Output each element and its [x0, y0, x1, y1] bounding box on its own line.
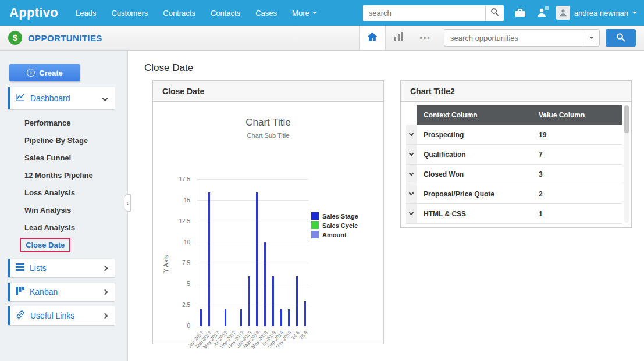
bar [225, 309, 226, 326]
row-expand-chevron[interactable] [406, 145, 417, 164]
app-ident: $ OPPORTUNITIES [0, 31, 102, 45]
legend-swatch [311, 231, 319, 238]
topnav-item-contacts[interactable]: Contacts [211, 9, 240, 17]
topnav-icons [514, 8, 547, 18]
chart-subtitle: Chart Sub Title [153, 132, 383, 139]
chart-title: Chart Title [153, 117, 383, 128]
context-column-header: Context Column [417, 105, 532, 125]
chevron-down-icon [632, 12, 637, 14]
user-menu[interactable]: andrea newman [556, 6, 637, 20]
chevron-down-icon [589, 37, 594, 39]
avatar [556, 6, 570, 20]
home-icon [367, 31, 378, 45]
chevron-down-icon [409, 191, 414, 195]
sidebar-item-12-months-pipeline[interactable]: 12 Months Pipeline [0, 166, 127, 184]
kanban-icon [16, 287, 24, 297]
value-column-header: Value Column [532, 105, 622, 125]
vertical-scrollbar[interactable] [624, 105, 629, 223]
plot-area [197, 180, 308, 326]
topnav: Apptivo LeadsCustomersContractsContactsC… [0, 0, 644, 26]
bar-chart-icon [394, 31, 404, 44]
scrollbar-thumb[interactable] [624, 105, 629, 133]
topnav-item-customers[interactable]: Customers [111, 9, 148, 17]
app-window: Apptivo LeadsCustomersContractsContactsC… [0, 0, 644, 361]
row-expand-chevron[interactable] [406, 165, 417, 184]
chevron-down-icon [409, 210, 414, 215]
sidebar-item-useful-links[interactable]: Useful Links [8, 306, 115, 325]
row-expand-chevron[interactable] [406, 125, 417, 144]
gridline [197, 200, 308, 201]
gridline [197, 305, 308, 305]
home-button[interactable] [359, 26, 386, 50]
chevron-right-icon [102, 313, 108, 319]
context-cell: Prospecting [417, 125, 532, 144]
y-tick-label: 2.5 [182, 302, 190, 308]
y-tick-label: 15 [184, 197, 190, 203]
chart-view-button[interactable] [386, 26, 412, 50]
table-row: Closed Won3 [406, 165, 622, 184]
create-button[interactable]: + Create [9, 64, 80, 81]
chevron-down-icon [409, 131, 414, 136]
chevron-down-icon [409, 171, 414, 176]
table-row: HTML & CSS1 [406, 204, 622, 224]
chart-card: Close Date Chart Title Chart Sub Title Y… [152, 80, 384, 344]
row-expand-chevron[interactable] [406, 204, 417, 223]
active-item-highlight: Close Date [20, 238, 70, 252]
store-icon[interactable] [514, 8, 526, 18]
chart-body: Chart Title Chart Sub Title Y Axis 02.55… [153, 117, 383, 359]
gridline [197, 284, 308, 284]
gridline [197, 179, 308, 180]
chevron-right-icon [102, 265, 108, 271]
sidebar-item-kanban[interactable]: Kanban [8, 283, 115, 301]
gridline [197, 242, 308, 242]
x-axis-ticks: Jan-2017Mar-2017May-2017Jul-2017Sep-2017… [197, 328, 308, 358]
sidebar-collapse-button[interactable]: ‹ [124, 194, 131, 212]
table-header-row: Context Column Value Column [406, 105, 622, 125]
search-submit-button[interactable] [606, 29, 636, 47]
bar [296, 276, 298, 326]
user-status-icon[interactable] [536, 8, 547, 18]
topnav-item-leads[interactable]: Leads [76, 9, 96, 17]
more-options-button[interactable]: ••• [412, 34, 438, 42]
sidebar-item-lists[interactable]: Lists [8, 259, 115, 277]
sidebar-item-lead-analysis[interactable]: Lead Analysis [0, 219, 127, 236]
sidebar-item-close-date[interactable]: Close Date [0, 236, 127, 253]
appbar: $ OPPORTUNITIES ••• [0, 26, 644, 51]
app-name: OPPORTUNITIES [28, 33, 102, 43]
sidebar-item-win-analysis[interactable]: Win Analysis [0, 201, 127, 219]
section-label: Lists [30, 263, 47, 273]
search-options-dropdown[interactable] [583, 30, 599, 46]
table-row: Proposal/Price Quote2 [406, 184, 622, 204]
context-cell: HTML & CSS [417, 204, 532, 223]
search-button[interactable] [485, 5, 504, 21]
table-row: Qualification7 [406, 145, 622, 165]
table-card: Chart Title2 Context Column Value Column… [400, 80, 632, 228]
y-tick-label: 17.5 [179, 176, 190, 183]
sidebar-item-sales-funnel[interactable]: Sales Funnel [0, 149, 127, 166]
sidebar-item-dashboard[interactable]: Dashboard [8, 87, 115, 109]
sidebar-item-performance[interactable]: Performance [0, 114, 127, 131]
topnav-item-more[interactable]: More [292, 9, 317, 17]
sidebar-item-loss-analysis[interactable]: Loss Analysis [0, 184, 127, 201]
search-input[interactable] [363, 5, 485, 21]
topnav-item-cases[interactable]: Cases [255, 9, 277, 17]
gridline [197, 263, 308, 263]
presence-dot [545, 6, 549, 10]
value-cell: 19 [532, 125, 622, 144]
bar [304, 301, 306, 326]
section-label: Useful Links [30, 311, 74, 320]
apptivo-logo[interactable]: Apptivo [9, 5, 58, 20]
link-icon [16, 310, 25, 321]
appbar-tools: ••• [359, 26, 644, 50]
row-expand-chevron[interactable] [406, 184, 417, 203]
data-table: Context Column Value Column Prospecting1… [406, 105, 622, 224]
y-axis-ticks: 02.557.51012.51517.5 [169, 180, 194, 326]
sidebar-item-pipeline-by-stage[interactable]: Pipeline By Stage [0, 131, 127, 149]
chart-card-header: Close Date [153, 81, 383, 102]
table-row: Prospecting19 [406, 125, 622, 145]
expand-column-header [406, 105, 417, 125]
topnav-item-contracts[interactable]: Contracts [163, 9, 195, 17]
bar [264, 242, 266, 326]
opportunities-search-input[interactable] [444, 34, 583, 42]
money-icon: $ [8, 31, 22, 45]
